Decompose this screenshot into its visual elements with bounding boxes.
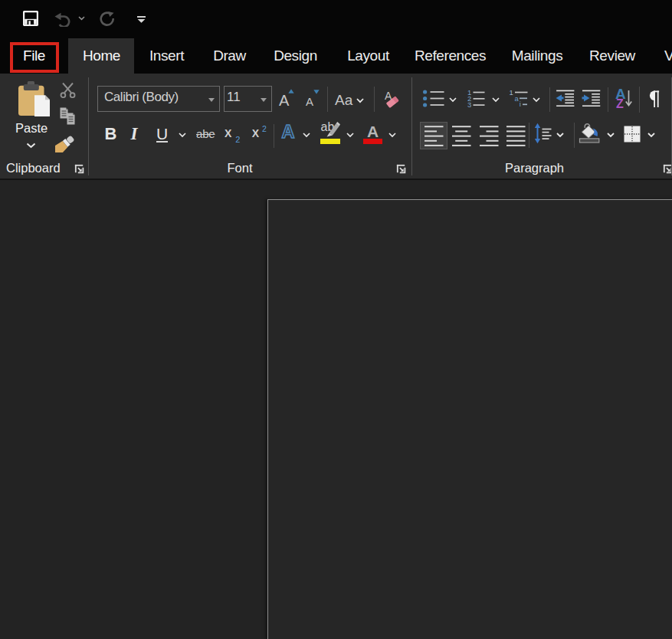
svg-text:i: i	[520, 100, 521, 108]
svg-text:a: a	[515, 94, 520, 103]
svg-text:3: 3	[467, 100, 471, 108]
svg-text:1: 1	[510, 88, 513, 97]
